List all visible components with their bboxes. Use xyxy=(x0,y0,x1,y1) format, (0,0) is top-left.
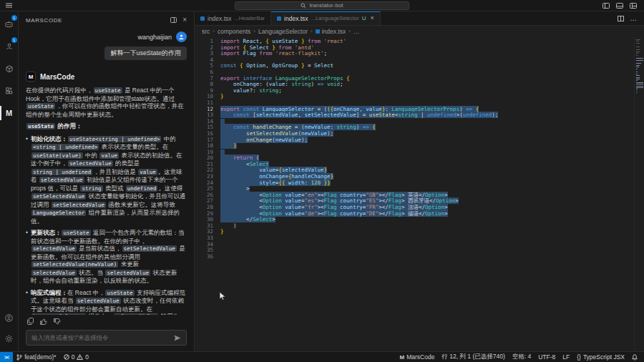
breadcrumb-separator: › xyxy=(348,28,351,34)
minimap-line xyxy=(636,82,643,83)
branch-name: feat{demo}* xyxy=(24,353,56,361)
code-line[interactable]: const [selectedValue, setSelectedValue] … xyxy=(220,112,634,119)
code-line[interactable]: } xyxy=(220,229,634,235)
file-icon xyxy=(200,16,205,21)
language-mode-item[interactable]: {} TypeScript JSX xyxy=(573,352,628,362)
git-branch-icon xyxy=(16,354,22,361)
toggle-panel-icon[interactable] xyxy=(616,3,623,9)
tab-label: index.tsx xyxy=(208,15,232,22)
code-editor[interactable]: 1234567891011121314151617181920212223242… xyxy=(195,36,644,351)
customize-layout-icon[interactable] xyxy=(630,3,637,9)
settings-gear-icon[interactable] xyxy=(0,331,19,346)
git-branch-item[interactable]: feat{demo}* xyxy=(13,352,59,362)
minimap-line xyxy=(636,53,638,54)
toggle-sidebar-icon[interactable] xyxy=(602,3,610,9)
code-content[interactable]: import React, { useState } from 'react'i… xyxy=(219,36,634,351)
breadcrumb-item[interactable]: components xyxy=(218,28,250,35)
user-message-bubble: 解释一下useState的作用 xyxy=(104,47,187,60)
close-tab-icon[interactable]: × xyxy=(371,15,374,21)
open-in-editor-icon[interactable] xyxy=(170,17,177,23)
inline-code: selectedValue xyxy=(76,298,121,304)
chat-input[interactable] xyxy=(31,334,170,341)
send-message-icon[interactable] xyxy=(174,335,181,341)
code-line[interactable]: onChange: (value: string) => void; xyxy=(220,82,634,88)
code-line[interactable]: const { Option, OptGroup } = Select xyxy=(220,63,634,69)
cursor-position-item[interactable]: 行 12, 列 1 (已选择740) xyxy=(438,352,508,362)
indentation-item[interactable]: 空格: 4 xyxy=(509,352,535,362)
code-line[interactable]: </Select> xyxy=(220,217,634,223)
eol-item[interactable]: LF xyxy=(559,352,573,362)
bullet-marker: • xyxy=(26,229,28,285)
minimap-line xyxy=(636,63,641,64)
code-line[interactable]: } xyxy=(220,94,634,100)
sidebar-item-packages[interactable] xyxy=(0,62,19,76)
split-editor-icon[interactable] xyxy=(618,16,624,21)
file-icon xyxy=(316,29,320,34)
code-line[interactable]: <Option value="de"><Flag country="DE"></… xyxy=(220,211,634,217)
code-line[interactable]: value?: string; xyxy=(220,88,634,94)
code-line[interactable]: ) xyxy=(220,223,634,230)
inline-code: value xyxy=(99,152,119,159)
code-line[interactable] xyxy=(220,150,634,156)
close-panel-icon[interactable]: × xyxy=(182,16,187,24)
remote-indicator[interactable]: >< xyxy=(0,352,13,362)
command-center-search[interactable]: translator-bot xyxy=(235,1,409,10)
thumbs-down-icon[interactable] xyxy=(54,318,61,325)
inline-code: <string | undefined> xyxy=(31,144,99,150)
breadcrumb-item[interactable]: src xyxy=(202,28,210,35)
code-line[interactable]: onChange(newValue); xyxy=(220,137,634,144)
notification-badge: 1 xyxy=(11,37,17,43)
code-line[interactable] xyxy=(220,242,634,248)
code-line[interactable]: import Flag from 'react-flagkit'; xyxy=(220,51,634,57)
inline-code: setSelectedValue xyxy=(31,193,86,200)
inline-code: useState xyxy=(62,230,90,236)
thumbs-up-icon[interactable] xyxy=(40,318,47,325)
breadcrumb-item[interactable]: index.tsx xyxy=(316,28,346,35)
code-line[interactable] xyxy=(220,248,634,254)
account-icon[interactable] xyxy=(0,310,19,325)
problems-item[interactable]: 0 0 xyxy=(60,352,92,362)
code-line[interactable] xyxy=(220,254,634,260)
minimap-line xyxy=(636,39,640,40)
minimap-line xyxy=(636,72,638,72)
minimap-line xyxy=(636,60,643,61)
inline-code: selectedValue xyxy=(31,245,77,252)
code-line[interactable] xyxy=(220,235,634,242)
breadcrumb-item[interactable]: LanguageSelector xyxy=(258,28,308,35)
sidebar-item-marscode[interactable]: M xyxy=(0,106,19,120)
minimap[interactable] xyxy=(634,36,644,351)
inline-code: selectedValue xyxy=(39,177,84,183)
braces-icon: {} xyxy=(577,353,581,361)
code-line[interactable]: style={{ width: 120 }} xyxy=(220,180,634,187)
minimap-line xyxy=(636,65,640,66)
inline-code: setSelectedValue xyxy=(52,202,106,208)
minimap-line xyxy=(636,92,638,93)
inline-code: setSelectedValue(newValue) xyxy=(31,261,118,268)
more-actions-icon[interactable]: … xyxy=(630,15,638,22)
minimap-line xyxy=(636,49,640,50)
notifications-bell-icon[interactable] xyxy=(628,352,641,362)
marscode-status-item[interactable]: M MarsCode xyxy=(396,352,439,362)
code-line[interactable]: } xyxy=(220,143,634,150)
encoding-item[interactable]: UTF-8 xyxy=(535,352,559,362)
sidebar-item-chat[interactable]: 1 xyxy=(0,17,19,31)
inline-code: selectedValue xyxy=(68,160,113,167)
minimap-line xyxy=(636,43,640,44)
user-avatar xyxy=(176,31,187,42)
marscode-status-icon: M xyxy=(400,354,405,361)
breadcrumb-item[interactable]: … xyxy=(353,28,360,35)
copy-response-icon[interactable] xyxy=(27,318,34,325)
title-bar: translator-bot xyxy=(0,0,644,11)
menu-icon[interactable] xyxy=(6,3,12,8)
minimap-line xyxy=(636,67,639,67)
inline-code: useState xyxy=(94,87,122,94)
sidebar-item-agent[interactable]: 1 xyxy=(0,39,19,54)
minimap-line xyxy=(636,77,640,78)
code-line[interactable]: return ( xyxy=(220,155,634,162)
status-bar: >< feat{demo}* 0 0 M MarsCode 行 12, 列 1 … xyxy=(0,351,644,362)
tab-index-tsx-headerbar[interactable]: index.tsx ...HeaderBar xyxy=(195,11,271,25)
warnings-count: 0 xyxy=(85,353,89,361)
sidebar-item-extensions[interactable] xyxy=(0,84,19,98)
editor-tab-bar: index.tsx ...HeaderBar index.tsx ...Lang… xyxy=(195,11,644,26)
tab-index-tsx-languageselector[interactable]: index.tsx ...LanguageSelector U × xyxy=(271,11,381,25)
